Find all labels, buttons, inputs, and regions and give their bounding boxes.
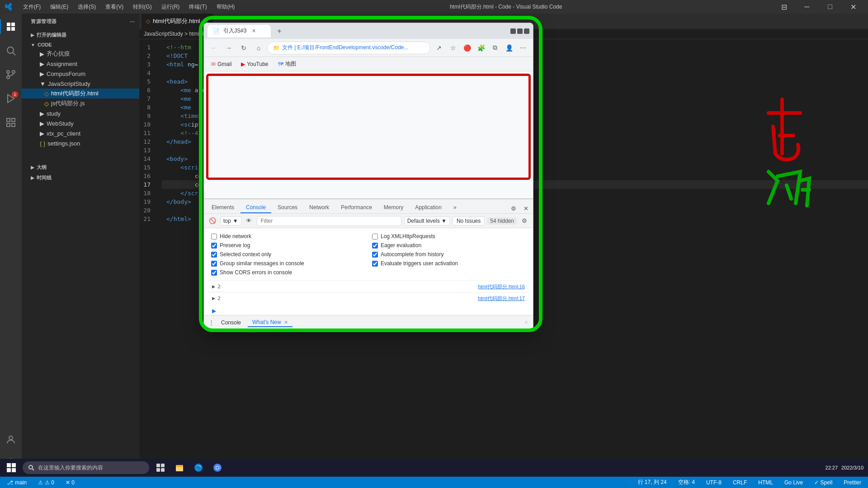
extension1-icon[interactable]: 🔴 bbox=[461, 42, 473, 54]
devtools-tab-elements[interactable]: Elements bbox=[206, 202, 240, 213]
taskbar-icon-explorer[interactable] bbox=[170, 459, 189, 477]
sidebar-more-icon[interactable]: ··· bbox=[130, 19, 135, 24]
autocomplete-checkbox[interactable] bbox=[372, 252, 378, 258]
editor-tab-html[interactable]: ◇ html代码部分.html ✕ bbox=[142, 14, 213, 29]
share-icon[interactable]: ↗ bbox=[433, 42, 445, 54]
errors-item[interactable]: ⚠ ⚠ 0 bbox=[36, 477, 57, 488]
prettier[interactable]: Prettier bbox=[841, 477, 863, 488]
git-branch-item[interactable]: ⎇ main bbox=[5, 477, 29, 488]
bookmark-youtube[interactable]: ▶ YouTube bbox=[237, 60, 272, 68]
browser-tab-close-button[interactable]: ✕ bbox=[250, 28, 257, 35]
console-prompt[interactable]: ▶ bbox=[208, 306, 529, 315]
devtools-footer-icon[interactable]: ⋮ bbox=[208, 319, 214, 326]
layout-icon[interactable]: ⊟ bbox=[774, 0, 794, 14]
taskbar-search[interactable]: 在这里输入你要搜索的内容 bbox=[23, 461, 149, 474]
menu-icon[interactable]: ⋯ bbox=[517, 42, 529, 54]
activity-debug-icon[interactable]: 1 bbox=[0, 88, 22, 109]
footer-tab-close-icon[interactable]: ✕ bbox=[284, 319, 288, 325]
taskbar-icon-chrome[interactable] bbox=[208, 459, 226, 477]
hide-network-checkbox[interactable] bbox=[211, 234, 217, 239]
activity-account-icon[interactable] bbox=[0, 429, 22, 450]
menu-file[interactable]: 文件(F) bbox=[19, 2, 44, 12]
clear-console-icon[interactable]: 🚫 bbox=[208, 216, 217, 226]
maximize-button[interactable]: □ bbox=[820, 0, 840, 14]
devtools-settings-icon[interactable]: ⚙ bbox=[509, 203, 519, 213]
console-eye-icon[interactable]: 👁 bbox=[244, 216, 254, 226]
devtools-tab-performance[interactable]: Performance bbox=[335, 202, 377, 213]
filter-input[interactable] bbox=[257, 216, 401, 226]
taskbar-icon-task-view[interactable] bbox=[151, 459, 170, 477]
source-link-1[interactable]: html代码部分.html:16 bbox=[473, 282, 529, 291]
menu-view[interactable]: 查看(V) bbox=[102, 2, 127, 12]
browser-tab-active[interactable]: 📄 引入JS#3 ✕ bbox=[208, 25, 271, 38]
devtools-tab-application[interactable]: Application bbox=[410, 202, 447, 213]
devtools-tab-console[interactable]: Console bbox=[241, 202, 271, 213]
extension3-icon[interactable]: ⧉ bbox=[489, 42, 501, 54]
maximize-icon[interactable] bbox=[517, 28, 523, 34]
source-link-2[interactable]: html代码部分.html:17 bbox=[473, 294, 529, 303]
minimize-button[interactable]: ─ bbox=[797, 0, 817, 14]
language-mode[interactable]: HTML bbox=[756, 477, 775, 488]
sidebar-item-settings[interactable]: { } settings.json bbox=[22, 138, 139, 148]
preserve-log-checkbox[interactable] bbox=[211, 243, 217, 249]
golive-button[interactable]: Go Live bbox=[782, 477, 805, 488]
sidebar-item-webstudy[interactable]: ▶ WebStudy bbox=[22, 118, 139, 128]
encoding[interactable]: UTF-8 bbox=[704, 477, 724, 488]
indent-setting[interactable]: 空格: 4 bbox=[676, 477, 697, 488]
extension2-icon[interactable]: 🧩 bbox=[475, 42, 487, 54]
bookmark-icon[interactable]: ☆ bbox=[447, 42, 459, 54]
bookmark-map[interactable]: 🗺 地图 bbox=[274, 59, 300, 69]
sidebar-item-compus[interactable]: ▶ CompusForum bbox=[22, 69, 139, 79]
forward-button[interactable]: → bbox=[222, 42, 235, 54]
level-selector[interactable]: Default levels ▼ bbox=[404, 216, 450, 225]
menu-run[interactable]: 运行(R) bbox=[158, 2, 184, 12]
sidebar-item-qixin[interactable]: ▶ 齐心抗疫 bbox=[22, 49, 139, 59]
devtools-tab-more[interactable]: » bbox=[448, 202, 462, 213]
menu-select[interactable]: 选择(S) bbox=[74, 2, 99, 12]
activity-explorer-icon[interactable] bbox=[0, 16, 22, 38]
home-button[interactable]: ⌂ bbox=[252, 42, 265, 54]
close-button[interactable]: ✕ bbox=[843, 0, 863, 14]
menu-help[interactable]: 帮助(H) bbox=[213, 2, 239, 12]
menu-goto[interactable]: 转到(G) bbox=[129, 2, 155, 12]
devtools-tab-memory[interactable]: Memory bbox=[378, 202, 409, 213]
warnings-item[interactable]: ✕ 0 bbox=[63, 477, 77, 488]
start-button[interactable] bbox=[0, 459, 23, 477]
eager-eval-checkbox[interactable] bbox=[372, 243, 378, 249]
devtools-tab-sources[interactable]: Sources bbox=[272, 202, 303, 213]
expand-icon[interactable]: ▶ bbox=[212, 283, 215, 290]
footer-tab-whatsnew[interactable]: What's New ✕ bbox=[248, 318, 292, 327]
devtools-close-icon[interactable]: ✕ bbox=[521, 203, 531, 213]
cursor-position[interactable]: 行 17, 列 24 bbox=[636, 477, 669, 488]
log-xml-checkbox[interactable] bbox=[372, 234, 378, 239]
sidebar-item-js-file[interactable]: ◇ js代码部分.js bbox=[22, 99, 139, 108]
bookmark-gmail[interactable]: ✉ Gmail bbox=[208, 60, 235, 68]
sidebar-item-xtx[interactable]: ▶ xtx_pc_client bbox=[22, 128, 139, 138]
activity-extensions-icon[interactable] bbox=[0, 112, 22, 133]
expand-icon[interactable]: ▶ bbox=[212, 295, 215, 301]
sidebar-item-html-file[interactable]: ◇ html代码部分.html bbox=[22, 89, 139, 99]
address-bar[interactable]: 📁 文件 | E:/项目/FrontEndDevelopment.vscode/… bbox=[267, 42, 430, 54]
open-editors-section[interactable]: ▶ 打开的编辑器 bbox=[22, 29, 139, 40]
timeline-section[interactable]: ▶ 时间线 bbox=[22, 172, 139, 183]
sidebar-item-assignment[interactable]: ▶ Assignment bbox=[22, 59, 139, 69]
footer-tab-console[interactable]: Console bbox=[217, 319, 245, 327]
sidebar-item-study[interactable]: ▶ study bbox=[22, 108, 139, 118]
refresh-button[interactable]: ↻ bbox=[237, 42, 250, 54]
activity-git-icon[interactable] bbox=[0, 64, 22, 85]
devtools-gear-icon[interactable]: ⚙ bbox=[519, 216, 529, 226]
devtools-tab-network[interactable]: Network bbox=[304, 202, 335, 213]
minimize-icon[interactable] bbox=[510, 28, 516, 34]
selected-context-checkbox[interactable] bbox=[211, 252, 217, 258]
activity-search-icon[interactable] bbox=[0, 40, 22, 61]
taskbar-icon-edge[interactable] bbox=[189, 459, 208, 477]
outline-section[interactable]: ▶ 大纲 bbox=[22, 162, 139, 172]
cors-errors-checkbox[interactable] bbox=[211, 270, 217, 276]
menu-terminal[interactable]: 终端(T) bbox=[185, 2, 210, 12]
devtools-close-btn[interactable]: ✕ bbox=[524, 319, 528, 326]
close-icon[interactable] bbox=[524, 28, 529, 34]
profile-icon[interactable]: 👤 bbox=[503, 42, 515, 54]
menu-edit[interactable]: 编辑(E) bbox=[47, 2, 72, 12]
new-tab-button[interactable]: + bbox=[273, 25, 286, 38]
back-button[interactable]: ← bbox=[208, 42, 220, 54]
